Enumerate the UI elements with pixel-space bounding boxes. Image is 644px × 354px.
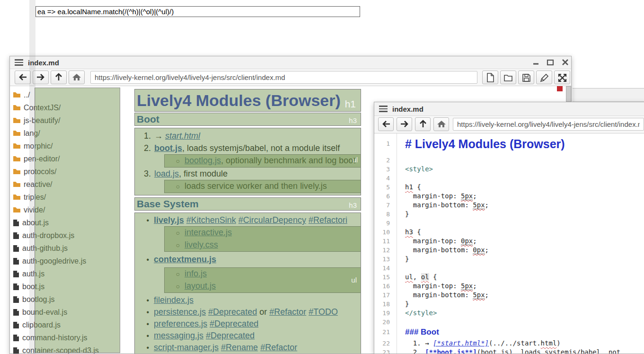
link-messaging-js[interactable]: messaging.js [154,331,203,340]
menu-icon[interactable] [379,106,388,113]
folder-item[interactable]: protocols/ [13,165,131,178]
folder-item[interactable]: morphic/ [13,140,131,152]
background-window-edge [573,88,644,102]
code-line[interactable]: 7 margin-bottom: 5px; [374,201,644,210]
home-button[interactable] [433,117,449,131]
code-line[interactable]: 18} [374,300,644,309]
link-tag[interactable]: #Refactori [309,215,347,225]
code-line[interactable]: 12 margin-bottom: 0px; [374,246,644,255]
code-line[interactable]: 5h1 { [374,183,644,192]
link-interactive-js[interactable]: interactive.js [185,228,232,237]
code-text: # Lively4 Modules (Browser) [397,136,565,154]
code-line[interactable]: 16 margin-top: 5px; [374,282,644,291]
code-line[interactable]: 15ul, ol { [374,273,644,282]
code-line[interactable]: 23 2. [**boot.js**](boot.js), loads syst… [374,348,644,354]
back-button[interactable] [378,117,394,131]
expand-button[interactable] [554,71,570,84]
list-item: •messaging.js #Deprecated [135,330,361,342]
link-tag[interactable]: #Deprecated [206,331,255,340]
link-persistence-js[interactable]: persistence.js [154,307,206,317]
url-input[interactable] [90,71,477,84]
folder-item[interactable]: ../ [13,88,131,101]
file-item[interactable]: command-history.js [13,331,131,344]
code-line[interactable]: 9 [374,219,644,228]
file-item[interactable]: bootlog.js [13,293,131,306]
link-bootlog-js[interactable]: bootlog.js [185,156,221,165]
code-line[interactable]: 10h3 { [374,228,644,237]
up-button[interactable] [415,117,431,131]
folder-item[interactable]: pen-editor/ [13,152,131,165]
link-fileindex-js[interactable]: fileindex.js [154,295,194,305]
link-lively-css[interactable]: lively.css [185,240,218,249]
link-tag[interactable]: #KitchenSink [186,215,236,225]
link-preferences-js[interactable]: preferences.js [154,319,207,328]
file-item[interactable]: auth-dropbox.js [13,229,131,242]
folder-item[interactable]: vivide/ [13,204,131,216]
home-button[interactable] [69,71,85,84]
link-lively-js[interactable]: lively.js [154,215,184,225]
code-line[interactable]: 17 margin-bottom: 5px; [374,291,644,300]
file-item[interactable]: auth-googledrive.js [13,255,131,267]
url-input[interactable] [453,118,644,131]
scrollbar-thumb[interactable] [566,86,571,102]
file-item[interactable]: clipboard.js [13,319,131,331]
file-icon [13,270,19,278]
save-button[interactable] [518,71,534,84]
link-tag[interactable]: #CircularDepency [238,215,306,225]
edit-pencil-button[interactable] [536,71,552,84]
code-line[interactable]: 20 [374,318,644,327]
code-line[interactable]: 22 1. → [*start.html*](../../start.html) [374,339,644,348]
link-info-js[interactable]: info.js [185,269,207,278]
code-editor[interactable]: 1# Lively4 Modules (Browser)23<style>45h… [374,133,644,354]
link-script-manager-js[interactable]: script-manager.js [154,343,219,352]
forward-button[interactable] [397,117,412,131]
code-line[interactable]: 19</style> [374,309,644,318]
link-layout-js[interactable]: layout.js [185,281,216,291]
maximize-button[interactable] [547,59,554,66]
folder-item[interactable]: reactive/ [13,178,131,191]
link-tag[interactable]: #Rename [221,343,258,352]
code-line[interactable]: 4 [374,174,644,183]
code-line[interactable]: 1# Lively4 Modules (Browser) [374,136,644,156]
link-contextmenu-js[interactable]: contextmenu.js [154,255,216,264]
code-line[interactable]: 2 [374,156,644,165]
element-filter-input[interactable] [35,6,360,17]
folder-item[interactable]: lang/ [13,127,131,140]
folder-item[interactable]: ContextJS/ [13,101,131,114]
list-item: •preferences.js #Deprecated [135,318,361,330]
code-line[interactable]: 6 margin-top: 5px; [374,192,644,201]
file-item[interactable]: boot.js [13,280,131,293]
code-text: 2. [**boot.js**](boot.js), loads systemj… [397,348,620,354]
menu-icon[interactable] [15,59,23,66]
minimize-button[interactable] [532,59,540,66]
link-load-js[interactable]: load.js [154,169,179,178]
forward-button[interactable] [33,71,49,84]
link-tag[interactable]: #Refactor [260,343,297,352]
code-line[interactable]: 11 margin-top: 0px; [374,237,644,246]
link-tag[interactable]: #Refactor [269,307,306,317]
code-line[interactable]: 13} [374,255,644,264]
folder-item[interactable]: js-beautify/ [13,114,131,127]
up-button[interactable] [51,71,67,84]
file-item[interactable]: bound-eval.js [13,306,131,319]
back-button[interactable] [15,71,31,84]
link-tag[interactable]: #Deprecated [210,319,258,328]
link-tag[interactable]: #Deprecated [208,307,257,317]
code-line[interactable]: 8} [374,210,644,219]
link-boot-js[interactable]: boot.js [154,143,182,153]
file-item[interactable]: auth.js [13,267,131,280]
file-item[interactable]: container-scoped-d3.js [13,344,131,354]
link-start-html[interactable]: start.html [165,131,200,141]
code-line[interactable]: 3<style> [374,165,644,174]
file-item[interactable]: auth-github.js [13,242,131,255]
file-item[interactable]: about.js [13,216,131,229]
line-number: 14 [374,264,397,273]
link-tag[interactable]: #TODO [309,307,338,317]
folder-item[interactable]: triples/ [13,191,131,204]
new-file-button[interactable] [482,71,498,84]
code-line[interactable]: 14 [374,264,644,273]
file-name: bootlog.js [22,295,55,304]
code-line[interactable]: 21### Boot [374,327,644,339]
folder-button[interactable] [500,71,516,84]
close-button[interactable] [562,59,569,66]
